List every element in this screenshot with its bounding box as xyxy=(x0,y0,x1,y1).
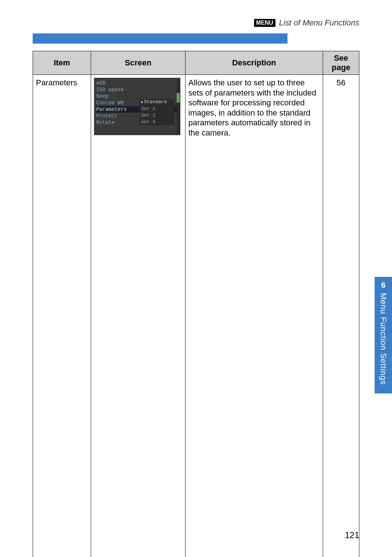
scrollbar-thumb xyxy=(177,93,180,102)
description-cell: Allows the user to set up to three sets … xyxy=(185,75,323,557)
page-cell: 56 xyxy=(323,75,359,557)
page-number: 121 xyxy=(345,530,359,540)
submenu-item: Set 3 xyxy=(141,119,173,125)
header: MENU List of Menu Functions xyxy=(0,0,392,44)
submenu: StandardSet 1Set 2Set 3 xyxy=(140,99,175,125)
camera-screen: AEBISO speedBeepCustom WBParametersProte… xyxy=(94,78,180,135)
header-band xyxy=(33,33,287,44)
side-tab-label: Menu Function Settings xyxy=(379,293,388,385)
header-title: List of Menu Functions xyxy=(279,18,359,28)
col-desc: Description xyxy=(185,51,323,75)
screen-line: ISO speed xyxy=(96,86,178,93)
table-header-row: Item Screen Description See page xyxy=(33,51,359,75)
side-tab: 6 Menu Function Settings xyxy=(375,277,392,393)
submenu-item: Standard xyxy=(141,99,173,106)
submenu-item: Set 2 xyxy=(141,112,173,119)
screen-cell: AEBISO speedBeepCustom WBParametersProte… xyxy=(91,75,185,557)
item-cell: Parameters xyxy=(33,75,91,557)
menu-badge: MENU xyxy=(254,19,275,27)
col-item: Item xyxy=(33,51,91,75)
screen-line: AEB xyxy=(96,80,178,86)
col-screen: Screen xyxy=(91,51,185,75)
page: MENU List of Menu Functions Item Screen … xyxy=(0,0,392,557)
content: Item Screen Description See page Paramet… xyxy=(0,44,392,557)
table-row: ParametersAEBISO speedBeepCustom WBParam… xyxy=(33,75,359,557)
header-line: MENU List of Menu Functions xyxy=(33,18,359,28)
side-tab-number: 6 xyxy=(381,280,385,290)
menu-table: Item Screen Description See page Paramet… xyxy=(33,51,359,557)
scrollbar xyxy=(177,79,180,134)
submenu-item: Set 1 xyxy=(141,106,173,112)
col-page: See page xyxy=(323,51,359,75)
